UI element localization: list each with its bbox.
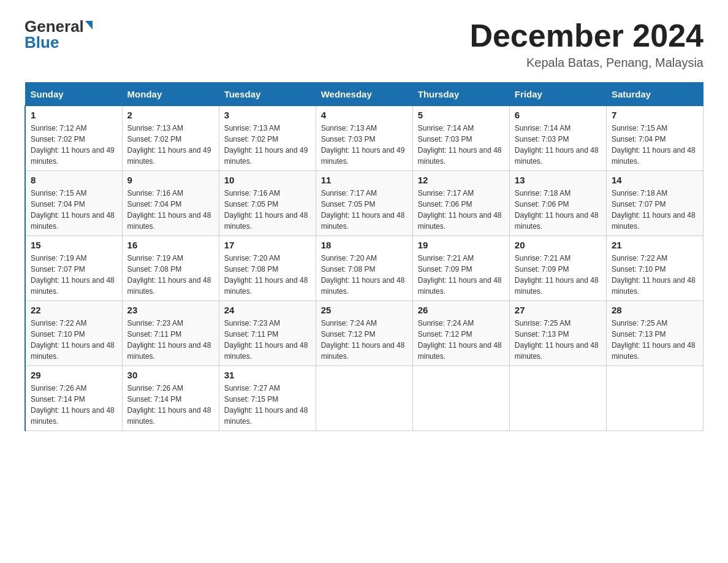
day-number: 9	[127, 175, 214, 185]
day-number: 7	[612, 110, 698, 120]
day-number: 3	[224, 110, 311, 120]
day-info: Sunrise: 7:22 AMSunset: 7:10 PMDaylight:…	[31, 318, 117, 362]
calendar-weekday-header: Tuesday	[219, 83, 316, 106]
calendar-day-cell: 26Sunrise: 7:24 AMSunset: 7:12 PMDayligh…	[412, 301, 509, 366]
calendar-day-cell: 3Sunrise: 7:13 AMSunset: 7:02 PMDaylight…	[219, 106, 316, 171]
calendar-table: SundayMondayTuesdayWednesdayThursdayFrid…	[25, 82, 703, 431]
day-number: 4	[321, 110, 408, 120]
calendar-day-cell	[316, 366, 412, 431]
calendar-week-row: 15Sunrise: 7:19 AMSunset: 7:07 PMDayligh…	[25, 236, 703, 301]
day-info: Sunrise: 7:24 AMSunset: 7:12 PMDaylight:…	[418, 318, 504, 362]
day-number: 25	[321, 305, 408, 315]
calendar-day-cell: 31Sunrise: 7:27 AMSunset: 7:15 PMDayligh…	[219, 366, 316, 431]
day-number: 21	[612, 240, 698, 250]
day-number: 31	[224, 370, 311, 380]
calendar-day-cell: 17Sunrise: 7:20 AMSunset: 7:08 PMDayligh…	[219, 236, 316, 301]
logo-general-text: General	[25, 18, 84, 34]
calendar-weekday-header: Thursday	[412, 83, 509, 106]
day-number: 27	[515, 305, 601, 315]
calendar-weekday-header: Wednesday	[316, 83, 412, 106]
day-number: 30	[127, 370, 214, 380]
calendar-day-cell: 4Sunrise: 7:13 AMSunset: 7:03 PMDaylight…	[316, 106, 412, 171]
calendar-day-cell: 9Sunrise: 7:16 AMSunset: 7:04 PMDaylight…	[122, 171, 219, 236]
day-number: 29	[31, 370, 117, 380]
calendar-day-cell: 30Sunrise: 7:26 AMSunset: 7:14 PMDayligh…	[122, 366, 219, 431]
calendar-day-cell	[412, 366, 509, 431]
logo-arrow-icon	[85, 21, 93, 29]
calendar-day-cell: 23Sunrise: 7:23 AMSunset: 7:11 PMDayligh…	[122, 301, 219, 366]
page-header: General Blue December 2024 Kepala Batas,…	[25, 18, 703, 70]
day-number: 14	[612, 175, 698, 185]
calendar-day-cell: 5Sunrise: 7:14 AMSunset: 7:03 PMDaylight…	[412, 106, 509, 171]
day-info: Sunrise: 7:23 AMSunset: 7:11 PMDaylight:…	[127, 318, 214, 362]
day-info: Sunrise: 7:14 AMSunset: 7:03 PMDaylight:…	[515, 123, 601, 167]
day-info: Sunrise: 7:19 AMSunset: 7:07 PMDaylight:…	[31, 253, 117, 297]
day-info: Sunrise: 7:13 AMSunset: 7:03 PMDaylight:…	[321, 123, 408, 167]
calendar-day-cell: 16Sunrise: 7:19 AMSunset: 7:08 PMDayligh…	[122, 236, 219, 301]
day-info: Sunrise: 7:17 AMSunset: 7:05 PMDaylight:…	[321, 188, 408, 232]
calendar-day-cell	[509, 366, 606, 431]
calendar-day-cell: 28Sunrise: 7:25 AMSunset: 7:13 PMDayligh…	[606, 301, 703, 366]
calendar-weekday-header: Sunday	[25, 83, 122, 106]
calendar-day-cell: 12Sunrise: 7:17 AMSunset: 7:06 PMDayligh…	[412, 171, 509, 236]
day-info: Sunrise: 7:25 AMSunset: 7:13 PMDaylight:…	[515, 318, 601, 362]
day-number: 22	[31, 305, 117, 315]
day-info: Sunrise: 7:15 AMSunset: 7:04 PMDaylight:…	[31, 188, 117, 232]
day-info: Sunrise: 7:22 AMSunset: 7:10 PMDaylight:…	[612, 253, 698, 297]
day-info: Sunrise: 7:19 AMSunset: 7:08 PMDaylight:…	[127, 253, 214, 297]
calendar-day-cell: 2Sunrise: 7:13 AMSunset: 7:02 PMDaylight…	[122, 106, 219, 171]
calendar-week-row: 1Sunrise: 7:12 AMSunset: 7:02 PMDaylight…	[25, 106, 703, 171]
day-number: 19	[418, 240, 504, 250]
day-info: Sunrise: 7:18 AMSunset: 7:06 PMDaylight:…	[515, 188, 601, 232]
logo-blue-text: Blue	[25, 33, 59, 52]
day-number: 13	[515, 175, 601, 185]
day-info: Sunrise: 7:15 AMSunset: 7:04 PMDaylight:…	[612, 123, 698, 167]
calendar-day-cell: 15Sunrise: 7:19 AMSunset: 7:07 PMDayligh…	[25, 236, 122, 301]
calendar-day-cell: 20Sunrise: 7:21 AMSunset: 7:09 PMDayligh…	[509, 236, 606, 301]
day-info: Sunrise: 7:26 AMSunset: 7:14 PMDaylight:…	[127, 383, 214, 427]
calendar-day-cell: 13Sunrise: 7:18 AMSunset: 7:06 PMDayligh…	[509, 171, 606, 236]
day-number: 20	[515, 240, 601, 250]
calendar-weekday-header: Saturday	[606, 83, 703, 106]
calendar-week-row: 8Sunrise: 7:15 AMSunset: 7:04 PMDaylight…	[25, 171, 703, 236]
day-info: Sunrise: 7:20 AMSunset: 7:08 PMDaylight:…	[224, 253, 311, 297]
calendar-day-cell	[606, 366, 703, 431]
logo: General Blue	[25, 18, 93, 50]
location-subtitle: Kepala Batas, Penang, Malaysia	[469, 56, 703, 70]
day-number: 6	[515, 110, 601, 120]
day-number: 23	[127, 305, 214, 315]
day-number: 16	[127, 240, 214, 250]
day-number: 15	[31, 240, 117, 250]
calendar-day-cell: 27Sunrise: 7:25 AMSunset: 7:13 PMDayligh…	[509, 301, 606, 366]
calendar-day-cell: 22Sunrise: 7:22 AMSunset: 7:10 PMDayligh…	[25, 301, 122, 366]
calendar-day-cell: 6Sunrise: 7:14 AMSunset: 7:03 PMDaylight…	[509, 106, 606, 171]
calendar-weekday-header: Monday	[122, 83, 219, 106]
day-info: Sunrise: 7:18 AMSunset: 7:07 PMDaylight:…	[612, 188, 698, 232]
day-info: Sunrise: 7:27 AMSunset: 7:15 PMDaylight:…	[224, 383, 311, 427]
day-number: 12	[418, 175, 504, 185]
calendar-day-cell: 7Sunrise: 7:15 AMSunset: 7:04 PMDaylight…	[606, 106, 703, 171]
day-number: 1	[31, 110, 117, 120]
day-number: 10	[224, 175, 311, 185]
calendar-day-cell: 8Sunrise: 7:15 AMSunset: 7:04 PMDaylight…	[25, 171, 122, 236]
day-info: Sunrise: 7:14 AMSunset: 7:03 PMDaylight:…	[418, 123, 504, 167]
calendar-day-cell: 1Sunrise: 7:12 AMSunset: 7:02 PMDaylight…	[25, 106, 122, 171]
month-title: December 2024	[469, 18, 703, 53]
calendar-header-row: SundayMondayTuesdayWednesdayThursdayFrid…	[25, 83, 703, 106]
calendar-day-cell: 29Sunrise: 7:26 AMSunset: 7:14 PMDayligh…	[25, 366, 122, 431]
day-number: 5	[418, 110, 504, 120]
day-info: Sunrise: 7:16 AMSunset: 7:05 PMDaylight:…	[224, 188, 311, 232]
day-number: 28	[612, 305, 698, 315]
calendar-day-cell: 25Sunrise: 7:24 AMSunset: 7:12 PMDayligh…	[316, 301, 412, 366]
day-number: 18	[321, 240, 408, 250]
day-info: Sunrise: 7:12 AMSunset: 7:02 PMDaylight:…	[31, 123, 117, 167]
day-info: Sunrise: 7:24 AMSunset: 7:12 PMDaylight:…	[321, 318, 408, 362]
day-info: Sunrise: 7:25 AMSunset: 7:13 PMDaylight:…	[612, 318, 698, 362]
calendar-day-cell: 18Sunrise: 7:20 AMSunset: 7:08 PMDayligh…	[316, 236, 412, 301]
day-info: Sunrise: 7:21 AMSunset: 7:09 PMDaylight:…	[418, 253, 504, 297]
day-info: Sunrise: 7:17 AMSunset: 7:06 PMDaylight:…	[418, 188, 504, 232]
day-info: Sunrise: 7:16 AMSunset: 7:04 PMDaylight:…	[127, 188, 214, 232]
day-number: 24	[224, 305, 311, 315]
calendar-day-cell: 11Sunrise: 7:17 AMSunset: 7:05 PMDayligh…	[316, 171, 412, 236]
title-section: December 2024 Kepala Batas, Penang, Mala…	[469, 18, 703, 70]
